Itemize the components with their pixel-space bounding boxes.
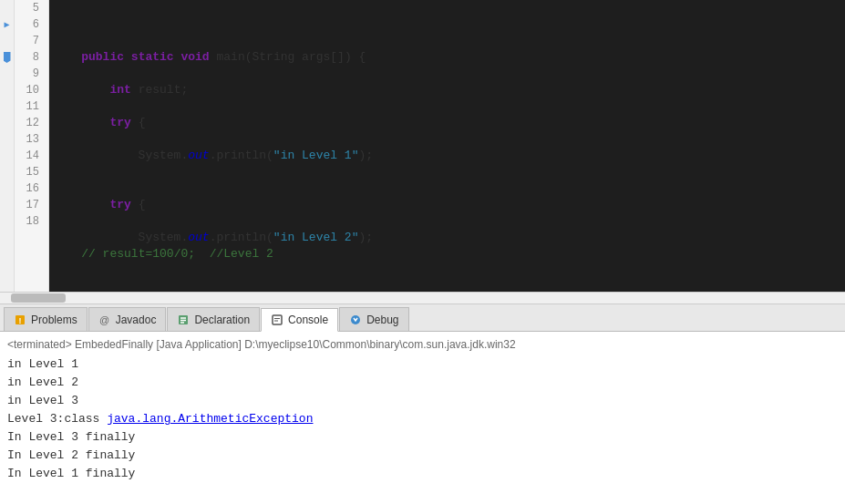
token: main(String args[]) { [210, 49, 366, 66]
console-output-line-3: Level 3:class java.lang.ArithmeticExcept… [7, 410, 838, 428]
token: result; [131, 82, 188, 98]
arrow-icon: ▶ [4, 19, 9, 30]
token: ); [358, 230, 373, 246]
token: void [180, 49, 209, 66]
token: { [131, 115, 146, 131]
token [53, 49, 81, 66]
side-indicator-13 [0, 131, 14, 148]
token: System. [53, 148, 188, 164]
line-number-16: 16 [15, 180, 43, 197]
code-line-13 [53, 164, 845, 180]
token: out [188, 148, 209, 164]
code-line-7 [53, 66, 845, 82]
editor-wrapper: ▶ 56789101112131415161718 public static … [0, 0, 845, 292]
code-line-14 [53, 180, 845, 197]
tab-debug[interactable]: Debug [339, 307, 408, 331]
line-number-12: 12 [15, 115, 43, 131]
code-line-6: public static void main(String args[]) { [53, 49, 845, 66]
token: .println( [210, 230, 273, 246]
token [53, 115, 109, 131]
side-indicator-12 [0, 115, 14, 131]
tab-console[interactable]: Console [261, 308, 338, 332]
arithmetic-exception-link[interactable]: java.lang.ArithmeticException [107, 412, 313, 426]
svg-text:!: ! [19, 315, 22, 324]
code-line-11 [53, 131, 845, 148]
token [174, 49, 181, 66]
side-indicator-6: ▶ [0, 16, 14, 33]
declaration-tab-label: Declaration [194, 314, 250, 326]
console-output-line-6: In Level 1 finally [7, 465, 838, 483]
debug-tab-label: Debug [366, 314, 398, 326]
console-output-line-5: In Level 2 finally [7, 447, 838, 465]
token [53, 197, 109, 213]
line-number-18: 18 [15, 213, 43, 230]
code-line-12: System.out.println("in Level 1"); [53, 148, 845, 164]
line-number-6: 6 [15, 16, 43, 33]
side-indicator-16 [0, 180, 14, 197]
code-line-5 [53, 33, 845, 49]
console-output-line-2: in Level 3 [7, 392, 838, 410]
tab-javadoc[interactable]: @Javadoc [88, 307, 167, 331]
tabs-bar: !Problems@JavadocDeclarationConsoleDebug [0, 304, 845, 332]
side-indicator-14 [0, 148, 14, 164]
side-indicator-8 [0, 49, 14, 66]
token: public [81, 49, 124, 66]
tab-declaration[interactable]: Declaration [167, 307, 260, 331]
debug-tab-icon [349, 314, 362, 326]
console-tab-icon [271, 314, 283, 326]
token: static [131, 49, 174, 66]
console-terminated-line: <terminated> EmbededFinally [Java Applic… [7, 335, 838, 354]
line-number-14: 14 [15, 148, 43, 164]
console-tab-label: Console [288, 314, 328, 326]
side-indicator-9 [0, 66, 14, 82]
console-output-line-0: in Level 1 [7, 355, 838, 374]
side-indicators: ▶ [0, 0, 15, 292]
console-output-line-1: in Level 2 [7, 374, 838, 392]
problems-tab-label: Problems [31, 314, 77, 326]
tab-problems[interactable]: !Problems [4, 307, 88, 331]
token [53, 82, 109, 98]
token: out [188, 230, 209, 246]
line-number-8: 8 [15, 49, 43, 66]
token: "in Level 2" [273, 230, 359, 246]
line-number-7: 7 [15, 33, 43, 49]
line-number-5: 5 [15, 0, 43, 16]
horizontal-scrollbar[interactable] [0, 292, 845, 304]
code-line-15: try { [53, 197, 845, 213]
token: try [109, 115, 130, 131]
bookmark-icon [4, 52, 11, 63]
line-number-10: 10 [15, 82, 43, 98]
code-content: public static void main(String args[]) {… [49, 0, 845, 292]
javadoc-tab-icon: @ [98, 314, 111, 326]
console-area: <terminated> EmbededFinally [Java Applic… [0, 332, 845, 504]
side-indicator-5 [0, 0, 14, 16]
token: ); [358, 148, 373, 164]
console-link-prefix: Level 3:class [7, 412, 107, 426]
bottom-panel: !Problems@JavadocDeclarationConsoleDebug… [0, 304, 845, 504]
token: int [109, 82, 130, 98]
side-indicator-17 [0, 197, 14, 213]
declaration-tab-icon [177, 314, 190, 326]
svg-rect-6 [273, 315, 282, 324]
line-numbers: 56789101112131415161718 [15, 0, 49, 292]
console-output-line-4: In Level 3 finally [7, 428, 838, 447]
token: try [109, 197, 130, 213]
problems-tab-icon: ! [14, 314, 26, 326]
line-number-9: 9 [15, 66, 43, 82]
token: .println( [210, 148, 273, 164]
javadoc-tab-label: Javadoc [116, 314, 157, 326]
line-number-17: 17 [15, 197, 43, 213]
scrollbar-thumb[interactable] [11, 293, 66, 303]
side-indicator-10 [0, 82, 14, 98]
side-indicator-15 [0, 164, 14, 180]
side-indicator-11 [0, 98, 14, 115]
line-number-11: 11 [15, 98, 43, 115]
token: // result=100/0; //Level 2 [81, 246, 273, 262]
line-number-15: 15 [15, 164, 43, 180]
code-line-8: int result; [53, 82, 845, 98]
code-line-18: // result=100/0; //Level 2 [53, 246, 845, 262]
side-indicator-7 [0, 33, 14, 49]
code-line-16 [53, 213, 845, 230]
code-line-17: System.out.println("in Level 2"); [53, 230, 845, 246]
token: { [131, 197, 146, 213]
